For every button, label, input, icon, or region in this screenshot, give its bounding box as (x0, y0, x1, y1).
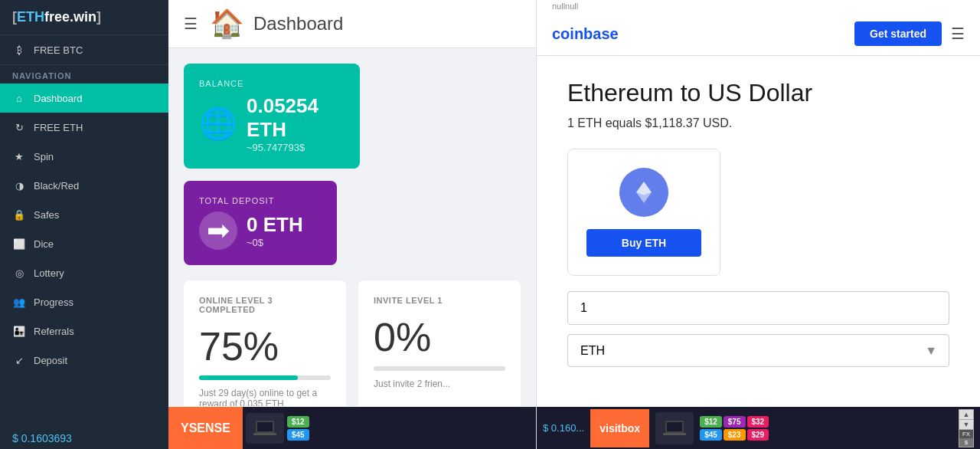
eth-logo (619, 168, 668, 217)
sidebar-item-label: Safes (34, 209, 59, 221)
visitbox-laptop-icon (655, 412, 694, 444)
menu-toggle-button[interactable]: ☰ (184, 15, 198, 33)
sidebar-item-label: Lottery (34, 267, 64, 279)
sidebar-item-label: Progress (34, 297, 74, 308)
dashboard-cards: BALANCE 🌐 0.05254 ETH ~95.747793$ (168, 48, 536, 280)
online-level-title: ONLINE LEVEL 3 COMPLETED (199, 296, 331, 314)
lock-icon: 🔒 (12, 208, 26, 221)
balance-label: BALANCE (199, 79, 345, 88)
svg-rect-7 (663, 433, 686, 435)
svg-rect-1 (257, 422, 273, 431)
eth-currency-select-wrapper: ETH BTC LTC ▼ (567, 334, 949, 367)
refresh-icon: ↻ (12, 120, 26, 134)
sidebar-item-free-eth[interactable]: ↻ FREE ETH (0, 113, 168, 142)
ysense-label: YSENSE (181, 421, 230, 435)
sidebar-item-lottery[interactable]: ◎ Lottery (0, 258, 168, 287)
sidebar-item-referrals[interactable]: 👨‍👧 Referrals (0, 316, 168, 346)
online-progress-track (199, 375, 331, 380)
badge-32: $32 (747, 416, 769, 428)
sidebar-item-label: Deposit (34, 355, 67, 366)
balance-usd: ~95.747793$ (247, 142, 318, 153)
coinbase-header: nullnull coinbase Get started ☰ (537, 0, 980, 56)
topbar: ☰ 🏠 Dashboard (168, 0, 536, 48)
logo-free: free (44, 9, 70, 25)
deposit-usd: ~0$ (247, 237, 303, 248)
coinbase-content: Ethereum to US Dollar 1 ETH equals $1,11… (537, 56, 980, 407)
ysense-ad[interactable]: YSENSE (168, 407, 243, 449)
star-icon: ★ (12, 149, 26, 163)
scroll-up-button[interactable]: ▲ (959, 410, 973, 420)
sidebar-item-progress[interactable]: 👥 Progress (0, 287, 168, 316)
free-btc-label: FREE BTC (34, 44, 83, 56)
sidebar-item-label: Black/Red (34, 180, 79, 192)
svg-rect-2 (253, 433, 276, 435)
invite-level-title: INVITE LEVEL 1 (374, 296, 505, 305)
badge-45: $45 (700, 429, 722, 441)
online-level-desc: Just 29 day(s) online to get a reward of… (199, 388, 331, 406)
logo-eth: ETH (17, 9, 44, 25)
online-level-card: ONLINE LEVEL 3 COMPLETED 75% Just 29 day… (184, 280, 346, 406)
balance-card: BALANCE 🌐 0.05254 ETH ~95.747793$ (184, 64, 360, 169)
sidebar-item-label: Referrals (34, 326, 74, 337)
badge-75: $75 (724, 416, 746, 428)
badge-23: $23 (724, 429, 746, 441)
deposit-icon: ↙ (12, 353, 26, 367)
circle-half-icon: ◑ (12, 179, 26, 192)
page-title: Dashboard (253, 13, 343, 34)
badge-12: $12 (700, 416, 722, 428)
eth-currency-select[interactable]: ETH BTC LTC (567, 334, 949, 367)
sidebar-item-label: Spin (34, 151, 54, 162)
logo-bracket-close: ] (96, 9, 101, 25)
online-progress-fill (199, 375, 298, 380)
logo-win: win (74, 9, 96, 25)
ad-badge-45: $45 (287, 429, 309, 441)
scroll-controls: ▲ ▼ FX $ (959, 409, 974, 447)
online-level-percent: 75% (199, 323, 331, 369)
invite-progress-track (374, 366, 505, 371)
buy-eth-button[interactable]: Buy ETH (586, 229, 701, 257)
nullnull-label: nullnull (537, 0, 980, 12)
get-started-button[interactable]: Get started (854, 21, 942, 46)
logo: [ETHfree.win] (0, 0, 168, 35)
ad-laptop-icon (246, 413, 284, 444)
dice-icon: ⬜ (12, 237, 26, 251)
visitbox-ad[interactable]: visitbox (590, 409, 649, 447)
deposit-icon: ➡ (199, 211, 237, 250)
badge-29: $29 (747, 429, 769, 441)
navigation-section-label: NAVIGATION (0, 65, 168, 84)
visitbox-label: visitbox (599, 422, 640, 434)
eth-card: Buy ETH (567, 149, 720, 276)
coinbase-topbar: coinbase Get started ☰ (537, 12, 980, 56)
globe-icon: 🌐 (199, 106, 237, 142)
eth-amount-input[interactable] (567, 291, 949, 325)
deposit-value: 0 ETH (247, 213, 303, 237)
sidebar-balance-value: $ 0.1603693 (12, 432, 72, 444)
balance-value: 0.05254 ETH (247, 94, 318, 142)
ad-bar-left: YSENSE $12 $45 (168, 407, 536, 449)
sidebar-item-spin[interactable]: ★ Spin (0, 142, 168, 171)
invite-level-card: INVITE LEVEL 1 0% Just invite 2 frien... (358, 280, 521, 406)
coinbase-logo: coinbase (552, 25, 619, 43)
sidebar-item-dice[interactable]: ⬜ Dice (0, 229, 168, 258)
scroll-fx-label: FX (959, 430, 973, 438)
sidebar-item-label: Dice (34, 238, 54, 250)
scroll-down-button[interactable]: ▼ (959, 420, 973, 430)
sidebar-item-free-btc[interactable]: ₿ FREE BTC (0, 35, 168, 65)
bitcoin-icon: ₿ (12, 43, 26, 57)
coinbase-ad-bar: $ 0.160... visitbox $12 $75 $32 $45 $23 … (537, 407, 980, 449)
svg-rect-6 (667, 422, 682, 431)
progress-section: ONLINE LEVEL 3 COMPLETED 75% Just 29 day… (168, 280, 536, 406)
sidebar-item-safes[interactable]: 🔒 Safes (0, 200, 168, 229)
sidebar-balance-bar: $ 0.1603693 (0, 428, 168, 449)
ad-badge-12: $12 (287, 416, 309, 428)
eth-title: Ethereum to US Dollar (567, 79, 949, 107)
progress-icon: 👥 (12, 295, 26, 309)
sidebar-item-dashboard[interactable]: ⌂ Dashboard (0, 84, 168, 113)
coinbase-menu-button[interactable]: ☰ (951, 25, 965, 43)
home-icon: ⌂ (12, 91, 26, 105)
sidebar-item-black-red[interactable]: ◑ Black/Red (0, 171, 168, 200)
coinbase-balance: $ 0.160... (543, 422, 584, 434)
sidebar-item-deposit[interactable]: ↙ Deposit (0, 346, 168, 375)
sidebar-item-label: FREE ETH (34, 122, 83, 133)
invite-level-percent: 0% (374, 314, 505, 360)
